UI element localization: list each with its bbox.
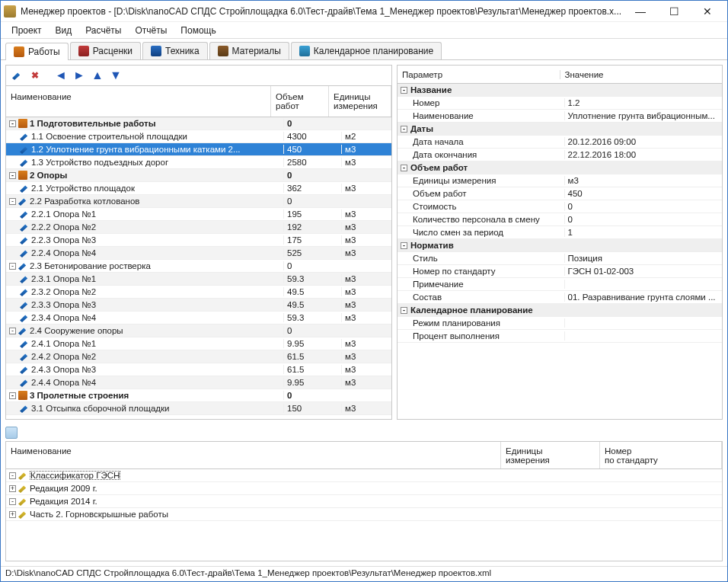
property-value[interactable]: 1.2 [565,98,723,107]
expand-toggle[interactable]: - [9,392,16,399]
table-row[interactable]: -2.4 Сооружение опоры0 [6,325,391,337]
expand-toggle[interactable]: - [9,328,16,334]
property-row[interactable]: СтильПозиция [398,252,722,265]
edit-button[interactable] [9,68,24,83]
expand-toggle[interactable]: - [9,498,16,505]
table-row[interactable]: -2.2 Разработка котлованов0 [6,195,391,208]
nav-fwd-button[interactable]: ► [72,68,87,83]
table-row[interactable]: 2.2.3 Опора №3175м3 [6,234,391,247]
table-row[interactable]: -1 Подготовительные работы0 [6,117,391,130]
expand-toggle[interactable]: - [401,126,407,133]
property-row[interactable]: Режим планирования [398,317,722,330]
expand-toggle[interactable]: - [9,472,16,479]
property-row[interactable]: Примечание [398,278,722,291]
property-value[interactable]: 0 [565,215,723,224]
table-row[interactable]: -2.3 Бетонирование ростверка0 [6,260,391,273]
class-row[interactable]: +Редакция 2009 г. [6,482,722,495]
class-header-num[interactable]: Номер по стандарту [600,442,722,468]
menu-calc[interactable]: Расчёты [79,24,127,37]
table-row[interactable]: 2.3.4 Опора №459.3м3 [6,312,391,325]
col-header-vol[interactable]: Объем работ [271,86,329,117]
expand-toggle[interactable]: - [401,87,407,94]
tab-prices[interactable]: Расценки [70,42,141,59]
menu-reports[interactable]: Отчёты [129,24,173,37]
property-value[interactable]: 01. Разравнивание грунта слоями ... [565,293,723,302]
expand-toggle[interactable]: - [401,242,407,249]
class-row[interactable]: +Часть 2. Горновскрышные работы [6,508,722,521]
table-row[interactable]: 1.3 Устройство подъездных дорог2580м3 [6,156,391,169]
prop-header-value[interactable]: Значение [560,70,723,79]
col-header-name[interactable]: Наименование [6,86,271,117]
property-group[interactable]: -Объем работ [398,161,722,174]
property-row[interactable]: Дата начала20.12.2016 09:00 [398,136,722,149]
property-row[interactable]: НаименованиеУплотнение грунта вибрационн… [398,110,722,123]
classifier-body[interactable]: -Классификатор ГЭСН+Редакция 2009 г.-Ред… [6,469,722,561]
minimize-button[interactable]: — [624,2,657,21]
nav-back-button[interactable]: ◄ [53,68,69,83]
property-row[interactable]: Процент выполнения [398,330,722,343]
menu-view[interactable]: Вид [49,24,78,37]
table-row[interactable]: 2.2.4 Опора №4525м3 [6,247,391,260]
expand-toggle[interactable]: - [9,263,16,270]
table-row[interactable]: 2.2.1 Опора №1195м3 [6,208,391,221]
property-value[interactable]: 20.12.2016 09:00 [565,137,723,146]
table-row[interactable]: 2.2.2 Опора №2192м3 [6,221,391,234]
expand-toggle[interactable]: - [401,307,407,314]
property-group[interactable]: -Название [398,84,722,97]
table-row[interactable]: 1.2 Уплотнение грунта вибрационными катк… [6,143,391,156]
col-header-unit[interactable]: Единицы измерения [329,86,391,117]
expand-toggle[interactable]: - [9,198,16,205]
property-value[interactable]: м3 [565,176,723,185]
document-icon[interactable] [5,427,18,439]
menu-help[interactable]: Помощь [174,24,222,37]
tab-works[interactable]: Работы [5,43,69,60]
property-group[interactable]: -Даты [398,123,722,136]
prop-header-param[interactable]: Параметр [398,70,560,79]
works-grid-body[interactable]: -1 Подготовительные работы01.1 Освоение … [6,117,391,419]
table-row[interactable]: -2 Опоры0 [6,169,391,182]
close-button[interactable]: ✕ [691,2,724,21]
table-row[interactable]: 2.4.2 Опора №261.5м3 [6,350,391,363]
table-row[interactable]: 1.1 Освоение строительной площадки4300м2 [6,130,391,143]
property-row[interactable]: Дата окончания22.12.2016 18:00 [398,149,722,161]
maximize-button[interactable]: ☐ [657,2,691,21]
property-value[interactable]: 22.12.2016 18:00 [565,150,723,159]
expand-toggle[interactable]: - [9,120,16,127]
class-row[interactable]: -Редакция 2014 г. [6,495,722,508]
expand-toggle[interactable]: + [9,511,16,518]
tab-materials[interactable]: Материалы [209,42,289,59]
nav-up-button[interactable]: ▲ [90,68,105,83]
table-row[interactable]: 2.1 Устройство площадок362м3 [6,182,391,195]
property-row[interactable]: Номер1.2 [398,97,722,110]
table-row[interactable]: 3.1 Отсыпка сборочной площадки150м3 [6,402,391,415]
property-row[interactable]: Единицы измерениям3 [398,174,722,187]
property-row[interactable]: Число смен за период1 [398,226,722,239]
table-row[interactable]: 2.3.2 Опора №249.5м3 [6,286,391,299]
table-row[interactable]: 2.4.1 Опора №19.95м3 [6,337,391,350]
property-value[interactable]: 450 [565,189,723,198]
table-row[interactable]: 2.3.3 Опора №349.5м3 [6,299,391,312]
property-value[interactable]: 0 [565,202,723,211]
property-value[interactable]: ГЭСН 01-02-003 [565,267,723,276]
table-row[interactable]: 2.4.4 Опора №49.95м3 [6,376,391,389]
expand-toggle[interactable]: - [9,172,16,179]
property-value[interactable]: Позиция [565,254,723,263]
property-row[interactable]: Объем работ450 [398,187,722,200]
property-group[interactable]: -Норматив [398,239,722,252]
table-row[interactable]: 2.4.3 Опора №361.5м3 [6,363,391,376]
property-row[interactable]: Номер по стандартуГЭСН 01-02-003 [398,265,722,278]
expand-toggle[interactable]: - [401,165,407,171]
class-row[interactable]: -Классификатор ГЭСН [6,469,722,482]
property-row[interactable]: Стоимость0 [398,200,722,213]
menu-project[interactable]: Проект [5,24,48,37]
tab-schedule[interactable]: Календарное планирование [291,42,442,59]
property-row[interactable]: Количество персонала в смену0 [398,213,722,226]
property-value[interactable]: 1 [565,228,723,237]
tab-machinery[interactable]: Техника [142,42,208,59]
delete-button[interactable]: ✖ [27,68,43,83]
property-body[interactable]: -НазваниеНомер1.2НаименованиеУплотнение … [398,84,722,419]
expand-toggle[interactable]: + [9,485,16,492]
table-row[interactable]: 2.3.1 Опора №159.3м3 [6,273,391,286]
property-value[interactable]: Уплотнение грунта вибрационным... [565,111,723,120]
property-row[interactable]: Состав01. Разравнивание грунта слоями ..… [398,291,722,304]
